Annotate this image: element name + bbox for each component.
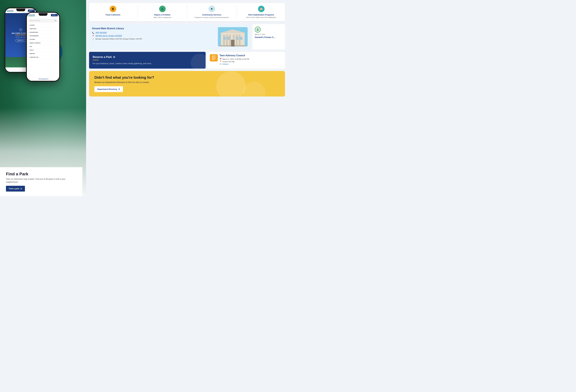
menu-button-front[interactable]: MENU ▴ <box>51 14 58 16</box>
chevron-services: › <box>28 28 29 30</box>
svg-rect-12 <box>223 37 226 40</box>
middle-row: Oxnard Main Branch Library 📞 (805) 385-8… <box>89 24 285 49</box>
reserve-park-card[interactable]: Reserve a Park ⊙ For your barbecue, picn… <box>89 52 206 69</box>
news-date: March 27, 2023 <box>255 34 283 35</box>
library-phone[interactable]: (805) 385-8280 <box>95 32 107 33</box>
chevron-news: › <box>28 42 29 44</box>
event-location-row: 📍 Oxnard City Hall <box>220 60 283 62</box>
search-icon: 🔍 <box>54 20 56 21</box>
menu-item-apply[interactable]: › APPLY <box>28 48 58 52</box>
clock-icon: 🕐 <box>92 38 94 40</box>
library-hours-row: 🕐 Monday–Saturday 9:00am–6:00 PM; Sunday… <box>92 38 216 40</box>
phone-front: OXNARD MENU ▴ Search oxnard.org... 🔍 › G… <box>26 12 60 82</box>
library-phone-row: 📞 (805) 385-8280 <box>92 32 216 34</box>
svg-rect-7 <box>239 35 240 46</box>
find-park-section: Find a Park View our interactive map of … <box>0 167 82 196</box>
report-icon: ⚠ <box>159 6 166 12</box>
event-details: Teen Advisory Council 📅 March 27, 2023 •… <box>220 54 283 65</box>
rent-desc: Rent Control, Mobile Home Rent Stabiliza… <box>246 16 276 19</box>
bottom-row: Reserve a Park ⊙ For your barbecue, picn… <box>89 52 285 69</box>
reserve-park-desc: For your barbecue, picnic, outdoor event… <box>93 62 202 65</box>
search-placeholder: Search oxnard.org... <box>30 20 54 21</box>
quick-link-community[interactable]: ✦ Community Services Programs for senior… <box>188 3 236 21</box>
quick-link-report[interactable]: ⚠ Report a Problem Spills, Odors, Emerge… <box>139 3 186 21</box>
oxnard-logo-front: OXNARD <box>28 14 35 16</box>
meeting-agendas-item[interactable]: 📋 Meeting Agendas › <box>27 77 59 81</box>
menu-button-back[interactable]: MENU ▾ <box>28 9 35 12</box>
event-category-link[interactable]: Category <box>222 63 229 65</box>
svg-rect-11 <box>231 40 234 46</box>
phone-notch-back <box>16 9 25 11</box>
logo-wave <box>7 11 14 12</box>
cta-section: Didn't find what you're looking for? Bro… <box>89 71 285 96</box>
community-icon: ✦ <box>209 6 215 12</box>
find-park-button[interactable]: Find a park ⊙ <box>6 186 25 192</box>
cta-title: Didn't find what you're looking for? <box>94 75 280 80</box>
svg-rect-3 <box>226 35 228 46</box>
menu-item-report[interactable]: › REPORT <box>28 52 58 56</box>
news-card[interactable]: March 27, 2023 Oxnard's Former C... <box>252 24 285 49</box>
menu-item-news[interactable]: › NEWS & EVENTS <box>28 41 58 45</box>
reserve-bg-circle <box>191 54 209 72</box>
quick-link-trash[interactable]: 🗑 Trash Collection <box>89 3 137 21</box>
news-title: Oxnard's Former C... <box>255 36 283 39</box>
menu-item-guides[interactable]: › GUIDES <box>28 24 58 27</box>
menu-item-pay[interactable]: › PAY <box>28 45 58 48</box>
meeting-agendas-label: Meeting Agendas <box>39 78 49 80</box>
search-bar[interactable]: Search oxnard.org... 🔍 <box>28 19 58 22</box>
news-icon <box>256 28 259 31</box>
chevron-places: › <box>28 39 29 40</box>
event-location: Oxnard City Hall <box>223 61 234 62</box>
quick-link-rent[interactable]: 🏠 Rent Stabilization Programs Rent Contr… <box>237 3 285 21</box>
circle-arrow-icon-cta: ⊙ <box>118 88 120 90</box>
phone-container: OXNARD MENU ▾ ⊙ WELCOME TO OXNARD CALIFO… <box>3 3 83 99</box>
cta-description: Browse our Department Directory to find … <box>94 81 280 84</box>
event-category-row: 🏷 Category <box>220 63 283 65</box>
community-title: Community Services <box>202 14 221 16</box>
chevron-government: › <box>28 35 29 36</box>
right-section: 🗑 Trash Collection ⚠ Report a Problem Sp… <box>86 0 288 196</box>
phone-icon: 📞 <box>92 32 94 34</box>
circle-arrow-icon-reserve: ⊙ <box>113 55 115 59</box>
event-datetime: March 27, 2023 • 9:30 AM–12:00 PM <box>223 58 249 60</box>
circle-arrow-icon: ⊙ <box>20 187 22 190</box>
svg-rect-6 <box>236 35 237 46</box>
library-address[interactable]: 300 West 3rd St., Oxnard, CA 93030 <box>95 35 122 36</box>
logo-wave-front <box>28 16 35 16</box>
chevron-pay: › <box>28 46 29 47</box>
location-icon-event: 📍 <box>220 60 222 62</box>
report-desc: Spills, Odors, Emergencies <box>153 16 171 19</box>
menu-items-list: › GUIDES › SERVICES › BUSINESSES › GOVER… <box>27 24 59 77</box>
menu-item-updates[interactable]: › UPDATES ON... <box>28 56 58 59</box>
department-directory-button[interactable]: Department Directory ⊙ <box>94 86 123 92</box>
pin-icon: 📍 <box>92 35 94 37</box>
trash-title: Trash Collection <box>105 14 120 16</box>
library-hours: Monday–Saturday 9:00am–6:00 PM; Sunday 1… <box>95 38 142 40</box>
chevron-guides: › <box>28 25 29 26</box>
phone-notch-front <box>39 13 48 16</box>
menu-item-places[interactable]: › PLACES <box>28 38 58 41</box>
report-title: Report a Problem <box>154 14 170 16</box>
library-card-inner: Oxnard Main Branch Library 📞 (805) 385-8… <box>92 27 248 46</box>
library-image <box>218 27 248 46</box>
event-card[interactable]: MAR 27 Teen Advisory Council 📅 March 27,… <box>207 52 285 69</box>
quick-links-row: 🗑 Trash Collection ⚠ Report a Problem Sp… <box>89 3 285 21</box>
chevron-apply: › <box>28 49 29 51</box>
oxnard-logo-back: OXNARD <box>7 10 14 12</box>
location-icon: ⊙ <box>19 28 22 31</box>
svg-point-17 <box>257 29 258 30</box>
chevron-report: › <box>28 53 29 54</box>
contact-us-btn[interactable]: Contact Us ⊙ <box>15 39 26 42</box>
menu-item-businesses[interactable]: › BUSINESSES <box>28 30 58 34</box>
tag-icon: 🏷 <box>220 63 221 65</box>
news-avatar <box>255 27 261 32</box>
find-park-title: Find a Park <box>6 172 76 176</box>
chevron-businesses: › <box>28 32 29 33</box>
svg-rect-4 <box>229 35 231 46</box>
find-park-description: View our interactive map of parks. Find … <box>6 178 76 183</box>
menu-item-government[interactable]: › GOVERNMENT <box>28 34 58 38</box>
menu-item-services[interactable]: › SERVICES <box>28 27 58 30</box>
phone-front-screen: OXNARD MENU ▴ Search oxnard.org... 🔍 › G… <box>27 13 59 81</box>
event-title: Teen Advisory Council <box>220 54 283 57</box>
event-day: 27 <box>212 57 216 60</box>
